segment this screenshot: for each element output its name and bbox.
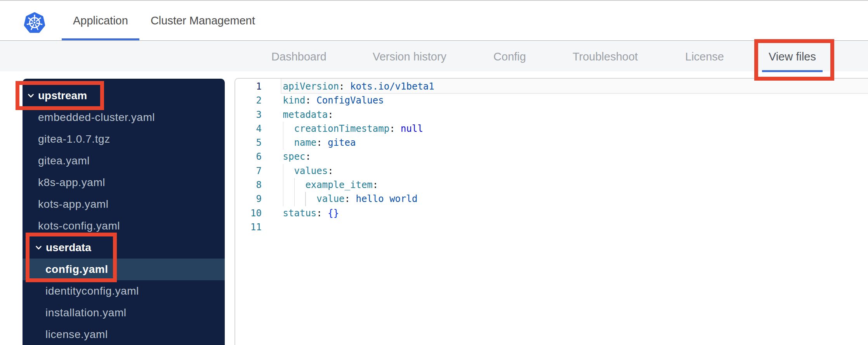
file-label: gitea.yaml — [38, 155, 90, 167]
token-punct: : — [389, 123, 395, 134]
token-bracket: {} — [328, 208, 339, 219]
line-number: 5 — [235, 136, 262, 150]
token-value: ConfigValues — [316, 95, 384, 106]
header-tab-label: Cluster Management — [151, 14, 255, 27]
tree-item-config.yaml[interactable]: config.yaml — [23, 259, 225, 280]
kots-admin-console: ApplicationCluster Management DashboardV… — [0, 0, 868, 345]
subnav-tab-label: Version history — [373, 50, 446, 63]
code-line-7: 7 values: — [235, 164, 868, 178]
code-line-text: value: hello world — [283, 192, 418, 206]
tree-item-upstream[interactable]: upstream — [23, 85, 225, 107]
line-number: 9 — [235, 192, 262, 206]
header-tab-cluster-management[interactable]: Cluster Management — [139, 1, 266, 40]
token-plain — [345, 81, 350, 92]
subnav-tab-label: View files — [769, 50, 816, 63]
token-key: kind — [283, 95, 306, 106]
tree-item-gitea-1.0.7.tgz[interactable]: gitea-1.0.7.tgz — [23, 128, 225, 150]
tree-item-installation.yaml[interactable]: installation.yaml — [23, 302, 225, 324]
token-punct: : — [373, 179, 378, 190]
yaml-code-editor[interactable]: 1apiVersion: kots.io/v1beta12kind: Confi… — [234, 78, 868, 345]
app-header: ApplicationCluster Management — [0, 1, 868, 41]
token-keyword: null — [401, 123, 423, 134]
code-line-6: 6spec: — [235, 150, 868, 164]
code-line-4: 4 creationTimestamp: null — [235, 122, 868, 136]
file-label: license.yaml — [45, 328, 108, 341]
code-line-text: name: gitea — [283, 136, 356, 150]
subnav-tab-label: Config — [493, 50, 526, 63]
file-label: k8s-app.yaml — [38, 176, 105, 189]
token-punct: : — [345, 193, 350, 204]
code-line-text: kind: ConfigValues — [283, 93, 384, 107]
token-key: value — [316, 193, 344, 204]
token-key: name — [294, 137, 317, 148]
code-line-10: 10status: {} — [235, 206, 868, 220]
code-line-9: 9 value: hello world — [235, 192, 868, 206]
token-plain — [322, 137, 328, 148]
subnav-tab-view-files[interactable]: View files — [762, 42, 823, 71]
subnav-tab-label: Troubleshoot — [573, 50, 638, 63]
header-tabs: ApplicationCluster Management — [62, 1, 266, 40]
token-plain — [350, 193, 356, 204]
code-line-text: example_item: — [283, 178, 378, 192]
tree-item-userdata[interactable]: userdata — [23, 237, 225, 259]
token-plain — [322, 208, 328, 219]
code-line-8: 8 example_item: — [235, 178, 868, 192]
header-tab-label: Application — [73, 14, 128, 27]
token-key: metadata — [283, 109, 328, 120]
header-tab-application[interactable]: Application — [62, 1, 139, 40]
subnav-tab-label: Dashboard — [271, 50, 326, 63]
file-label: installation.yaml — [45, 307, 127, 319]
kubernetes-logo-icon — [24, 11, 45, 34]
tree-item-gitea.yaml[interactable]: gitea.yaml — [23, 150, 225, 172]
file-tree-sidebar: upstreamembedded-cluster.yamlgitea-1.0.7… — [23, 79, 225, 345]
code-line-text: spec: — [283, 150, 311, 164]
line-number: 11 — [235, 220, 262, 234]
subnav-tab-license[interactable]: License — [679, 42, 731, 71]
chevron-down-icon — [36, 246, 42, 250]
token-value: kots.io/v1beta1 — [350, 81, 434, 92]
file-label: kots-config.yaml — [38, 220, 120, 232]
subnav-tab-dashboard[interactable]: Dashboard — [265, 42, 333, 71]
token-punct: : — [339, 81, 344, 92]
line-number: 8 — [235, 178, 262, 192]
subnav-tab-troubleshoot[interactable]: Troubleshoot — [566, 42, 644, 71]
tree-item-k8s-app.yaml[interactable]: k8s-app.yaml — [23, 172, 225, 193]
code-line-1: 1apiVersion: kots.io/v1beta1 — [235, 79, 868, 93]
token-key: creationTimestamp — [294, 123, 390, 134]
file-label: embedded-cluster.yaml — [38, 111, 155, 124]
tree-item-identityconfig.yaml[interactable]: identityconfig.yaml — [23, 280, 225, 302]
code-line-text: creationTimestamp: null — [283, 122, 423, 136]
token-value: hello world — [356, 193, 417, 204]
token-plain — [311, 95, 316, 106]
line-number: 10 — [235, 206, 262, 220]
tree-item-embedded-cluster.yaml[interactable]: embedded-cluster.yaml — [23, 107, 225, 128]
line-number: 4 — [235, 122, 262, 136]
line-number: 3 — [235, 108, 262, 122]
code-line-5: 5 name: gitea — [235, 136, 868, 150]
subnav-tab-config[interactable]: Config — [487, 42, 533, 71]
token-punct: : — [305, 95, 311, 106]
line-number: 6 — [235, 150, 262, 164]
tree-item-license.yaml[interactable]: license.yaml — [23, 324, 225, 345]
token-punct: : — [328, 166, 333, 176]
token-punct: : — [316, 137, 322, 148]
tree-item-kots-app.yaml[interactable]: kots-app.yaml — [23, 193, 225, 215]
token-key: spec — [283, 151, 306, 162]
folder-label: upstream — [38, 90, 87, 102]
chevron-down-icon — [28, 94, 34, 98]
token-punct: : — [328, 109, 333, 120]
code-line-11: 11 — [235, 220, 868, 234]
token-plain — [395, 123, 401, 134]
token-value: gitea — [328, 137, 356, 148]
tree-item-kots-config.yaml[interactable]: kots-config.yaml — [23, 215, 225, 237]
subnav-tab-version-history[interactable]: Version history — [366, 42, 453, 71]
file-label: identityconfig.yaml — [45, 285, 139, 297]
subnav-tab-label: License — [685, 50, 724, 63]
file-label: kots-app.yaml — [38, 198, 108, 210]
token-key: example_item — [305, 179, 372, 190]
app-subnav: DashboardVersion historyConfigTroublesho… — [0, 42, 868, 71]
code-line-text: apiVersion: kots.io/v1beta1 — [283, 79, 434, 93]
folder-label: userdata — [46, 242, 91, 254]
code-line-2: 2kind: ConfigValues — [235, 93, 868, 107]
line-number: 1 — [235, 79, 262, 93]
